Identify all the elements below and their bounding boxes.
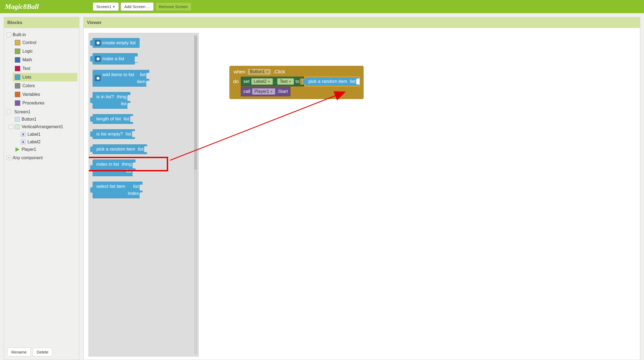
label-icon: A: [21, 140, 26, 144]
screen-selector-label: Screen1: [96, 4, 111, 9]
svg-marker-0: [16, 148, 19, 151]
button-icon: [15, 117, 20, 122]
dropdown-text[interactable]: Text▼: [277, 78, 294, 85]
project-title: Magic8Ball: [5, 3, 39, 11]
component-player1[interactable]: Player1: [14, 146, 77, 153]
category-procedures[interactable]: Procedures: [14, 99, 77, 107]
delete-button[interactable]: Delete: [33, 348, 52, 356]
viewer-body[interactable]: create empty list make a list add items …: [84, 28, 640, 360]
caret-down-icon: ▼: [270, 90, 273, 93]
caret-down-icon: ▼: [113, 5, 116, 8]
component-label1[interactable]: ALabel1: [20, 131, 77, 138]
block-index-in-list[interactable]: index in list thing list: [93, 159, 135, 176]
block-add-items-to-list[interactable]: add items to list list item: [93, 70, 149, 87]
gear-icon[interactable]: [95, 40, 101, 46]
caret-down-icon: ▼: [289, 80, 292, 83]
category-math[interactable]: Math: [14, 56, 77, 64]
scrollbar-thumb[interactable]: [194, 35, 197, 170]
color-swatch-icon: [15, 66, 20, 71]
gear-icon[interactable]: [95, 75, 101, 81]
blocks-flyout: create empty list make a list add items …: [89, 33, 199, 356]
layout-icon: [15, 124, 20, 129]
tree-any-component[interactable]: + Any component: [7, 154, 77, 161]
screen-selector-button[interactable]: Screen1 ▼: [93, 2, 119, 11]
category-text[interactable]: Text: [14, 64, 77, 73]
color-swatch-icon: [15, 57, 20, 63]
blocks-panel-header: Blocks: [4, 17, 79, 28]
blocks-tree: − Built-in Control Logic Math Text Lists…: [4, 28, 79, 344]
color-swatch-icon: [15, 92, 20, 97]
blocks-panel: Blocks − Built-in Control Logic Math Tex…: [4, 17, 79, 360]
flyout-scrollbar[interactable]: [194, 35, 197, 355]
viewer-panel-header: Viewer: [84, 17, 640, 28]
add-screen-button[interactable]: Add Screen ...: [121, 2, 153, 11]
category-logic[interactable]: Logic: [14, 47, 77, 56]
category-control[interactable]: Control: [14, 38, 77, 47]
caret-down-icon: ▼: [268, 80, 270, 83]
color-swatch-icon: [15, 74, 20, 80]
block-pick-random-item[interactable]: pick a random item list: [93, 144, 147, 154]
tree-screen1[interactable]: − Screen1: [7, 108, 77, 116]
block-make-a-list[interactable]: make a list: [93, 53, 138, 64]
block-length-of-list[interactable]: length of list list: [93, 114, 133, 124]
category-variables[interactable]: Variables: [14, 90, 77, 99]
dropdown-button1[interactable]: Button1▼: [248, 69, 271, 75]
top-bar: Magic8Ball Screen1 ▼ Add Screen ... Remo…: [0, 0, 644, 13]
collapse-icon[interactable]: −: [7, 110, 11, 114]
block-when-button-click[interactable]: when Button1▼ .Click do set Label2▼ .: [229, 66, 364, 99]
block-is-list-empty[interactable]: is list empty? list: [93, 129, 135, 139]
component-label2[interactable]: ALabel2: [20, 138, 77, 146]
component-button1[interactable]: Button1: [14, 116, 77, 123]
category-lists[interactable]: Lists: [13, 73, 77, 81]
dropdown-label2[interactable]: Label2▼: [251, 78, 273, 85]
color-swatch-icon: [15, 83, 20, 89]
gear-icon[interactable]: [95, 56, 101, 62]
workspace[interactable]: when Button1▼ .Click do set Label2▼ .: [229, 66, 364, 99]
block-create-empty-list[interactable]: create empty list: [93, 38, 140, 48]
rename-button[interactable]: Rename: [7, 348, 31, 356]
tree-builtin[interactable]: − Built-in: [7, 31, 77, 38]
collapse-icon[interactable]: −: [7, 33, 11, 37]
remove-screen-button[interactable]: Remove Screen: [155, 2, 192, 11]
expand-icon[interactable]: +: [7, 156, 11, 160]
block-is-in-list[interactable]: is in list? thing list: [93, 92, 130, 109]
play-icon: [15, 147, 20, 152]
viewer-panel: Viewer create empty list make a list: [83, 17, 640, 360]
dropdown-player1[interactable]: Player1▼: [252, 88, 275, 95]
color-swatch-icon: [15, 100, 20, 106]
label-icon: A: [21, 132, 26, 137]
block-call-player-start[interactable]: call Player1▼ .Start: [241, 87, 290, 96]
color-swatch-icon: [15, 49, 20, 54]
category-colors[interactable]: Colors: [14, 81, 77, 90]
component-va1[interactable]: − VerticalArrangement1: [8, 123, 77, 131]
caret-down-icon: ▼: [266, 70, 269, 73]
blocks-panel-footer: Rename Delete: [4, 344, 79, 360]
block-select-list-item[interactable]: select list item list index: [93, 182, 143, 198]
color-swatch-icon: [15, 40, 20, 45]
block-pick-random-item-placed[interactable]: pick a random item list: [304, 77, 360, 86]
collapse-icon[interactable]: −: [9, 125, 13, 129]
block-set-label-text[interactable]: set Label2▼ . Text▼ to: [241, 77, 304, 86]
screen-buttons: Screen1 ▼ Add Screen ... Remove Screen: [93, 2, 191, 11]
